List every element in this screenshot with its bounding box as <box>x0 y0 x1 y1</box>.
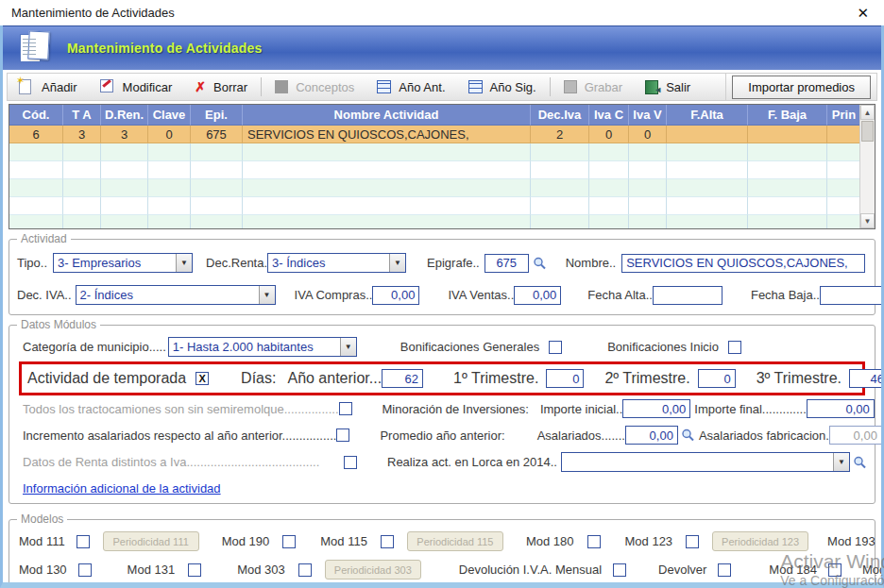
temporada-checkbox[interactable]: X <box>196 372 209 385</box>
import-averages-button[interactable]: Importar promedios <box>732 76 871 99</box>
cell: 0 <box>629 126 667 143</box>
anio-anterior-field[interactable]: 62 <box>382 369 423 388</box>
datos-renta-label: Datos de Renta distintos a Iva..........… <box>23 455 344 469</box>
dec-renta-select[interactable]: 3- Índices ▼ <box>267 253 406 273</box>
asalariados-fab-field[interactable]: 0,00 <box>829 426 882 445</box>
temporada-label: Actividad de temporada <box>27 370 186 387</box>
mod190-checkbox[interactable] <box>282 535 296 548</box>
col-header[interactable]: Cód. <box>9 105 63 126</box>
nombre-label: Nombre.. <box>566 256 616 270</box>
mod180-checkbox[interactable] <box>587 535 601 548</box>
bonif-generales-checkbox[interactable] <box>549 341 562 354</box>
table-row-empty[interactable] <box>9 215 861 229</box>
devolucion-iva-label: Devolución I.V.A. Mensual <box>459 563 602 577</box>
prev-year-label: Año Ant. <box>399 80 445 94</box>
devolver-checkbox[interactable] <box>718 563 731 577</box>
col-header[interactable]: F.Alta <box>667 105 748 126</box>
table-row-empty[interactable] <box>9 179 861 197</box>
table-row-selected[interactable]: 6 3 3 0 675 SERVICIOS EN QUIOSCOS,CAJONE… <box>9 126 861 143</box>
banner-title: Mantenimiento de Actividades <box>67 41 263 56</box>
datos-modulos-groupbox: Datos Módulos Categoría de municipio....… <box>8 325 876 504</box>
fecha-baja-field[interactable] <box>820 286 884 305</box>
col-header[interactable]: Prin <box>827 105 861 126</box>
importe-inicial-field[interactable]: 0,00 <box>622 399 690 418</box>
activities-grid: Cód. T A D.Ren. Clave Epi. Nombre Activi… <box>8 104 876 229</box>
mod111-checkbox[interactable] <box>76 535 90 548</box>
devolucion-iva-checkbox[interactable] <box>613 563 626 577</box>
col-header[interactable]: Iva V <box>629 105 667 126</box>
chevron-down-icon[interactable]: ▼ <box>259 286 275 304</box>
importe-final-field[interactable]: 0,00 <box>807 399 875 418</box>
table-row-empty[interactable] <box>9 143 861 161</box>
add-button[interactable]: ✶ Añadir <box>8 74 89 100</box>
col-header[interactable]: Nombre Actividad <box>243 105 531 126</box>
search-icon[interactable] <box>532 256 547 271</box>
t3-field[interactable]: 46 <box>849 369 884 388</box>
tipo-value: 3- Empresarios <box>54 254 176 272</box>
incremento-checkbox[interactable] <box>336 428 349 442</box>
iva-compras-field[interactable]: 0,00 <box>372 286 419 305</box>
prev-year-button[interactable]: Año Ant. <box>366 74 456 100</box>
col-header[interactable]: Clave <box>148 105 191 126</box>
vertical-scrollbar[interactable]: ▲ ▼ <box>859 105 875 228</box>
mod131-label: Mod 131 <box>128 563 176 577</box>
exit-button[interactable]: ◄ Salir <box>634 74 702 100</box>
col-header[interactable]: T A <box>63 105 101 126</box>
nombre-field[interactable]: SERVICIOS EN QUIOSCOS,CAJONES, <box>621 254 865 273</box>
mod123-checkbox[interactable] <box>686 535 699 548</box>
exit-button-label: Salir <box>666 80 690 94</box>
dec-iva-value: 2- Índices <box>76 286 259 304</box>
lorca-select[interactable]: ▼ <box>561 452 850 472</box>
delete-button[interactable]: ✗ Borrar <box>183 74 259 100</box>
scroll-up-icon[interactable]: ▲ <box>860 105 875 120</box>
exit-door-icon: ◄ <box>645 80 658 94</box>
cell: 6 <box>9 126 63 143</box>
next-year-button[interactable]: Año Sig. <box>457 74 548 100</box>
categoria-select[interactable]: 1- Hasta 2.000 habitantes ▼ <box>168 337 357 357</box>
save-button-label: Grabar <box>585 80 622 94</box>
app-window: Mantenimiento de Actividades ✕ Mantenimi… <box>0 0 884 588</box>
additional-info-link[interactable]: Información adicional de la actividad <box>23 481 221 496</box>
dec-iva-select[interactable]: 2- Índices ▼ <box>76 285 276 305</box>
iva-ventas-label: IVA Ventas.. <box>448 288 514 302</box>
col-header[interactable]: Dec.Iva <box>531 105 589 126</box>
mod180-label: Mod 180 <box>526 534 574 548</box>
scroll-down-icon[interactable]: ▼ <box>860 213 875 228</box>
mod190-label: Mod 190 <box>222 534 270 548</box>
mod303-checkbox[interactable] <box>298 563 312 577</box>
dec-renta-value: 3- Índices <box>268 254 389 272</box>
modify-button[interactable]: Modificar <box>89 74 184 100</box>
close-icon[interactable]: ✕ <box>853 5 873 22</box>
chevron-down-icon[interactable]: ▼ <box>340 338 356 356</box>
table-row-empty[interactable] <box>9 161 861 179</box>
mod131-checkbox[interactable] <box>188 563 201 577</box>
asalariados-field[interactable]: 0,00 <box>625 426 678 445</box>
t2-field[interactable]: 0 <box>698 369 736 388</box>
bonif-inicio-checkbox[interactable] <box>728 341 741 354</box>
search-icon[interactable] <box>852 455 867 470</box>
fecha-alta-field[interactable] <box>653 286 722 305</box>
chevron-down-icon[interactable]: ▼ <box>833 453 849 471</box>
datos-renta-checkbox[interactable] <box>344 456 357 469</box>
scrollbar-thumb[interactable] <box>861 121 874 142</box>
col-header[interactable]: Iva C <box>589 105 629 126</box>
chevron-down-icon[interactable]: ▼ <box>389 254 405 272</box>
chevron-down-icon[interactable]: ▼ <box>176 254 192 272</box>
col-header[interactable]: D.Ren. <box>101 105 148 126</box>
bonif-inicio-label: Bonificaciones Inicio <box>607 340 719 354</box>
mod303-label: Mod 303 <box>237 563 285 577</box>
tractocamiones-checkbox[interactable] <box>339 402 352 415</box>
table-row-empty[interactable] <box>9 197 861 215</box>
iva-ventas-field[interactable]: 0,00 <box>514 286 561 305</box>
periodicidad-111-button: Periodicidad 111 <box>103 531 199 551</box>
mod184-checkbox[interactable] <box>828 563 842 577</box>
tipo-select[interactable]: 3- Empresarios ▼ <box>53 253 193 273</box>
mod130-checkbox[interactable] <box>78 563 92 577</box>
search-icon[interactable] <box>680 428 695 443</box>
epigrafe-field[interactable]: 675 <box>484 254 529 273</box>
save-icon <box>564 80 577 93</box>
t1-field[interactable]: 0 <box>546 369 584 388</box>
col-header[interactable]: F. Baja <box>748 105 827 126</box>
col-header[interactable]: Epi. <box>191 105 243 126</box>
mod115-checkbox[interactable] <box>381 535 394 548</box>
